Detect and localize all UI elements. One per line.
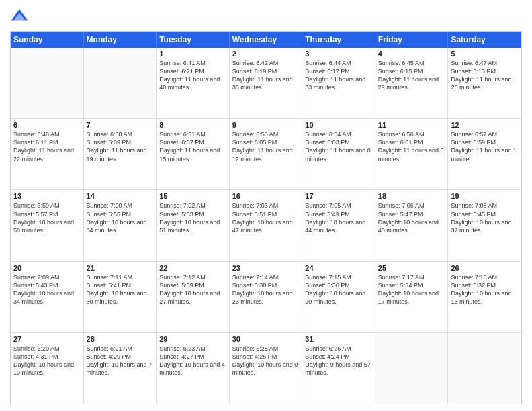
day-number: 12 [451, 121, 519, 129]
cell-info: Sunrise: 7:11 AMSunset: 5:41 PMDaylight:… [87, 273, 154, 306]
header-day-monday: Monday [84, 32, 157, 48]
calendar-cell: 13Sunrise: 6:59 AMSunset: 5:57 PMDayligh… [11, 190, 84, 261]
calendar-cell: 25Sunrise: 7:17 AMSunset: 5:34 PMDayligh… [375, 262, 449, 332]
cell-info: Sunrise: 7:05 AMSunset: 5:49 PMDaylight:… [305, 201, 372, 234]
day-number: 4 [378, 50, 445, 58]
cell-info: Sunrise: 6:54 AMSunset: 6:03 PMDaylight:… [305, 130, 372, 163]
calendar-cell [448, 333, 521, 404]
calendar-row-2: 6Sunrise: 6:48 AMSunset: 6:11 PMDaylight… [11, 118, 521, 189]
cell-info: Sunrise: 7:17 AMSunset: 5:34 PMDaylight:… [378, 273, 445, 306]
calendar-cell [375, 333, 449, 404]
calendar-cell: 7Sunrise: 6:50 AMSunset: 6:09 PMDaylight… [84, 119, 157, 189]
calendar-cell: 10Sunrise: 6:54 AMSunset: 6:03 PMDayligh… [302, 119, 375, 189]
cell-info: Sunrise: 7:12 AMSunset: 5:39 PMDaylight:… [159, 273, 226, 306]
calendar-cell: 22Sunrise: 7:12 AMSunset: 5:39 PMDayligh… [157, 262, 230, 332]
day-number: 27 [13, 335, 81, 343]
cell-info: Sunrise: 7:18 AMSunset: 5:32 PMDaylight:… [451, 273, 519, 306]
day-number: 18 [378, 192, 445, 200]
cell-info: Sunrise: 6:44 AMSunset: 6:17 PMDaylight:… [305, 59, 372, 92]
cell-info: Sunrise: 6:21 AMSunset: 4:29 PMDaylight:… [87, 345, 154, 377]
cell-info: Sunrise: 6:25 AMSunset: 4:25 PMDaylight:… [232, 345, 300, 377]
cell-info: Sunrise: 6:51 AMSunset: 6:07 PMDaylight:… [159, 130, 226, 163]
cell-info: Sunrise: 7:06 AMSunset: 5:47 PMDaylight:… [378, 201, 445, 234]
cell-info: Sunrise: 6:26 AMSunset: 4:24 PMDaylight:… [305, 345, 372, 377]
cell-info: Sunrise: 6:47 AMSunset: 6:13 PMDaylight:… [451, 59, 519, 92]
cell-info: Sunrise: 6:50 AMSunset: 6:09 PMDaylight:… [87, 130, 154, 163]
calendar-cell: 29Sunrise: 6:23 AMSunset: 4:27 PMDayligh… [157, 333, 230, 404]
cell-info: Sunrise: 6:42 AMSunset: 6:19 PMDaylight:… [232, 59, 300, 92]
calendar-cell [11, 48, 84, 118]
logo-icon [10, 7, 29, 26]
cell-info: Sunrise: 6:45 AMSunset: 6:15 PMDaylight:… [378, 59, 445, 92]
header-day-friday: Friday [375, 32, 449, 48]
calendar-cell: 31Sunrise: 6:26 AMSunset: 4:24 PMDayligh… [302, 333, 375, 404]
calendar-cell: 18Sunrise: 7:06 AMSunset: 5:47 PMDayligh… [375, 190, 449, 261]
calendar-cell: 19Sunrise: 7:08 AMSunset: 5:45 PMDayligh… [448, 190, 521, 261]
cell-info: Sunrise: 7:15 AMSunset: 5:36 PMDaylight:… [305, 273, 372, 306]
day-number: 10 [305, 121, 372, 129]
calendar-header: SundayMondayTuesdayWednesdayThursdayFrid… [11, 32, 521, 48]
calendar-cell: 2Sunrise: 6:42 AMSunset: 6:19 PMDaylight… [230, 48, 303, 118]
day-number: 11 [378, 121, 445, 129]
cell-info: Sunrise: 7:09 AMSunset: 5:43 PMDaylight:… [13, 273, 81, 306]
header-day-saturday: Saturday [448, 32, 521, 48]
header-day-tuesday: Tuesday [157, 32, 230, 48]
day-number: 17 [305, 192, 372, 200]
day-number: 9 [232, 121, 300, 129]
day-number: 15 [159, 192, 226, 200]
day-number: 5 [451, 50, 519, 58]
cell-info: Sunrise: 7:08 AMSunset: 5:45 PMDaylight:… [451, 201, 519, 234]
cell-info: Sunrise: 7:00 AMSunset: 5:55 PMDaylight:… [87, 201, 154, 234]
calendar-cell: 30Sunrise: 6:25 AMSunset: 4:25 PMDayligh… [230, 333, 303, 404]
cell-info: Sunrise: 7:03 AMSunset: 5:51 PMDaylight:… [232, 201, 300, 234]
calendar-cell: 1Sunrise: 6:41 AMSunset: 6:21 PMDaylight… [157, 48, 230, 118]
calendar-cell: 3Sunrise: 6:44 AMSunset: 6:17 PMDaylight… [302, 48, 375, 118]
day-number: 28 [87, 335, 154, 343]
page: SundayMondayTuesdayWednesdayThursdayFrid… [0, 0, 532, 411]
logo [10, 7, 32, 26]
day-number: 14 [87, 192, 154, 200]
cell-info: Sunrise: 6:57 AMSunset: 5:59 PMDaylight:… [451, 130, 519, 163]
calendar-cell: 8Sunrise: 6:51 AMSunset: 6:07 PMDaylight… [157, 119, 230, 189]
calendar-row-4: 20Sunrise: 7:09 AMSunset: 5:43 PMDayligh… [11, 261, 521, 332]
calendar-cell: 27Sunrise: 6:20 AMSunset: 4:31 PMDayligh… [11, 333, 84, 404]
day-number: 24 [305, 264, 372, 272]
cell-info: Sunrise: 6:59 AMSunset: 5:57 PMDaylight:… [13, 201, 81, 234]
day-number: 23 [232, 264, 300, 272]
day-number: 13 [13, 192, 81, 200]
calendar-cell: 4Sunrise: 6:45 AMSunset: 6:15 PMDaylight… [375, 48, 449, 118]
day-number: 6 [13, 121, 81, 129]
calendar-cell: 12Sunrise: 6:57 AMSunset: 5:59 PMDayligh… [448, 119, 521, 189]
calendar-body: 1Sunrise: 6:41 AMSunset: 6:21 PMDaylight… [11, 48, 521, 404]
calendar-cell: 21Sunrise: 7:11 AMSunset: 5:41 PMDayligh… [84, 262, 157, 332]
calendar-cell: 6Sunrise: 6:48 AMSunset: 6:11 PMDaylight… [11, 119, 84, 189]
calendar-cell: 16Sunrise: 7:03 AMSunset: 5:51 PMDayligh… [230, 190, 303, 261]
day-number: 20 [13, 264, 81, 272]
calendar-cell: 20Sunrise: 7:09 AMSunset: 5:43 PMDayligh… [11, 262, 84, 332]
cell-info: Sunrise: 6:23 AMSunset: 4:27 PMDaylight:… [159, 345, 226, 377]
calendar-cell: 5Sunrise: 6:47 AMSunset: 6:13 PMDaylight… [448, 48, 521, 118]
day-number: 3 [305, 50, 372, 58]
calendar-row-5: 27Sunrise: 6:20 AMSunset: 4:31 PMDayligh… [11, 332, 521, 404]
calendar-cell: 24Sunrise: 7:15 AMSunset: 5:36 PMDayligh… [302, 262, 375, 332]
cell-info: Sunrise: 7:14 AMSunset: 5:38 PMDaylight:… [232, 273, 300, 306]
calendar-cell: 11Sunrise: 6:56 AMSunset: 6:01 PMDayligh… [375, 119, 449, 189]
day-number: 22 [159, 264, 226, 272]
day-number: 2 [232, 50, 300, 58]
header [10, 7, 522, 26]
header-day-thursday: Thursday [302, 32, 375, 48]
day-number: 30 [232, 335, 300, 343]
calendar-cell: 14Sunrise: 7:00 AMSunset: 5:55 PMDayligh… [84, 190, 157, 261]
calendar: SundayMondayTuesdayWednesdayThursdayFrid… [10, 31, 522, 404]
header-day-sunday: Sunday [11, 32, 84, 48]
calendar-cell [84, 48, 157, 118]
day-number: 31 [305, 335, 372, 343]
calendar-cell: 28Sunrise: 6:21 AMSunset: 4:29 PMDayligh… [84, 333, 157, 404]
day-number: 7 [87, 121, 154, 129]
day-number: 21 [87, 264, 154, 272]
calendar-cell: 15Sunrise: 7:02 AMSunset: 5:53 PMDayligh… [157, 190, 230, 261]
day-number: 16 [232, 192, 300, 200]
cell-info: Sunrise: 6:48 AMSunset: 6:11 PMDaylight:… [13, 130, 81, 163]
calendar-cell: 23Sunrise: 7:14 AMSunset: 5:38 PMDayligh… [230, 262, 303, 332]
cell-info: Sunrise: 6:56 AMSunset: 6:01 PMDaylight:… [378, 130, 445, 163]
